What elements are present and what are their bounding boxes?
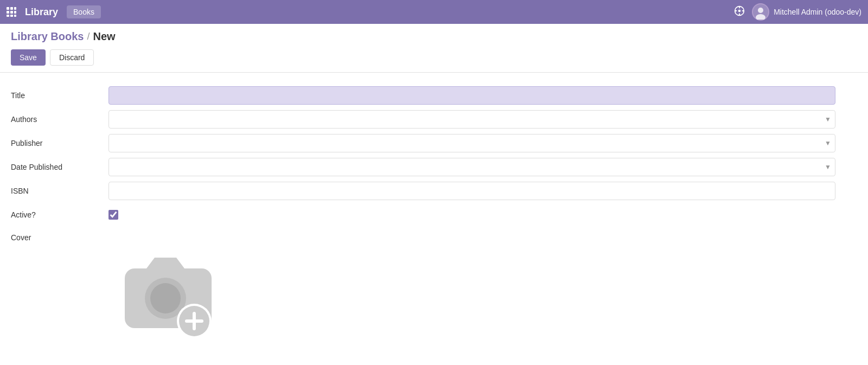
breadcrumb-separator: / bbox=[87, 31, 90, 42]
topbar-right: Mitchell Admin (odoo-dev) bbox=[733, 3, 861, 21]
settings-icon[interactable] bbox=[733, 5, 745, 20]
svg-rect-2 bbox=[14, 7, 16, 10]
svg-rect-8 bbox=[14, 15, 16, 17]
title-row: Title bbox=[11, 86, 835, 105]
authors-label: Authors bbox=[11, 115, 108, 124]
svg-rect-0 bbox=[7, 7, 9, 10]
grid-icon[interactable] bbox=[7, 7, 16, 17]
cover-row: Cover bbox=[11, 229, 835, 353]
active-row: Active? bbox=[11, 205, 835, 225]
breadcrumb: Library Books / New bbox=[0, 24, 868, 45]
svg-point-11 bbox=[758, 8, 763, 13]
avatar bbox=[752, 3, 769, 21]
cover-label: Cover bbox=[11, 233, 108, 242]
topbar: Library Books Mitchell Admin (odoo-dev) bbox=[0, 0, 868, 24]
authors-select[interactable] bbox=[108, 110, 835, 129]
isbn-row: ISBN bbox=[11, 181, 835, 201]
svg-rect-4 bbox=[10, 11, 13, 14]
svg-point-15 bbox=[150, 283, 181, 313]
publisher-select[interactable] bbox=[108, 134, 835, 152]
publisher-row: Publisher ▼ bbox=[11, 133, 835, 153]
svg-rect-7 bbox=[10, 15, 13, 17]
date-published-label: Date Published bbox=[11, 163, 108, 171]
camera-add-icon bbox=[114, 239, 222, 347]
user-menu[interactable]: Mitchell Admin (odoo-dev) bbox=[752, 3, 861, 21]
title-label: Title bbox=[11, 91, 108, 100]
date-published-row: Date Published ▼ bbox=[11, 157, 835, 177]
breadcrumb-link[interactable]: Library Books bbox=[11, 30, 84, 43]
svg-rect-5 bbox=[14, 11, 16, 14]
username: Mitchell Admin (odoo-dev) bbox=[774, 8, 861, 16]
isbn-label: ISBN bbox=[11, 187, 108, 195]
nav-item-books[interactable]: Books bbox=[67, 5, 101, 18]
svg-rect-6 bbox=[7, 15, 9, 17]
title-input[interactable] bbox=[108, 86, 835, 105]
save-button[interactable]: Save bbox=[11, 49, 46, 66]
isbn-input[interactable] bbox=[108, 182, 835, 200]
date-published-select[interactable] bbox=[108, 158, 835, 176]
authors-select-wrap: ▼ bbox=[108, 110, 835, 129]
svg-point-9 bbox=[738, 9, 741, 12]
topbar-nav: Books bbox=[67, 5, 725, 18]
svg-rect-1 bbox=[10, 7, 13, 10]
form-area: Title Authors ▼ Publisher ▼ Date Publish… bbox=[0, 73, 846, 365]
discard-button[interactable]: Discard bbox=[50, 49, 94, 66]
breadcrumb-current: New bbox=[93, 30, 116, 43]
publisher-select-wrap: ▼ bbox=[108, 134, 835, 152]
app-name[interactable]: Library bbox=[25, 7, 58, 18]
action-bar: Save Discard bbox=[0, 45, 868, 72]
active-label: Active? bbox=[11, 210, 108, 219]
publisher-label: Publisher bbox=[11, 139, 108, 148]
active-checkbox[interactable] bbox=[108, 210, 118, 220]
cover-upload[interactable] bbox=[108, 233, 228, 353]
authors-row: Authors ▼ bbox=[11, 110, 835, 129]
svg-rect-3 bbox=[7, 11, 9, 14]
date-published-select-wrap: ▼ bbox=[108, 158, 835, 176]
